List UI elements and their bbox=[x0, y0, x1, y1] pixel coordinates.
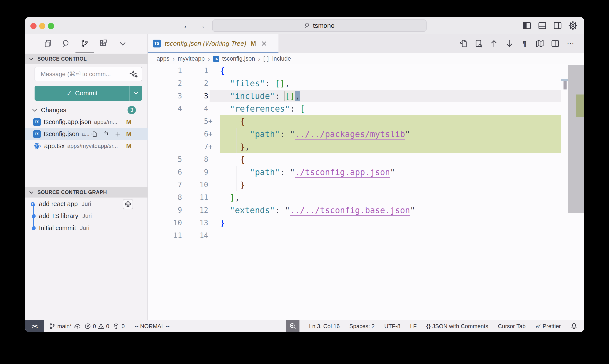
code-line[interactable]: 4 4 "references": [ bbox=[148, 102, 584, 115]
open-changes-icon[interactable] bbox=[458, 39, 468, 48]
change-row-tsconfig-app[interactable]: TS tsconfig.app.json apps/m... M bbox=[25, 116, 148, 128]
overview-ruler bbox=[561, 64, 568, 320]
code-token bbox=[220, 180, 240, 190]
code-token bbox=[220, 104, 230, 114]
tsconfig-file-icon: TS bbox=[33, 118, 41, 126]
minimize-window-button[interactable] bbox=[39, 23, 45, 29]
code-line[interactable]: 9 12 "extends": "../../tsconfig.base.jso… bbox=[148, 204, 584, 217]
cursor-tab-status[interactable]: Cursor Tab bbox=[498, 323, 526, 330]
commit-row[interactable]: add TS library Juri bbox=[25, 210, 148, 222]
code-token: "extends" bbox=[230, 205, 275, 215]
cursor-position-status[interactable]: Ln 3, Col 16 bbox=[309, 323, 340, 330]
breadcrumb-item[interactable]: myviteapp bbox=[178, 55, 205, 62]
stage-changes-icon[interactable] bbox=[114, 130, 121, 138]
original-line-number: 5 bbox=[148, 153, 182, 166]
toggle-sidebar-icon[interactable] bbox=[522, 21, 532, 31]
more-views-chevron-icon[interactable] bbox=[117, 38, 129, 50]
code-token bbox=[220, 193, 230, 202]
editor-group: TS tsconfig.json (Working Tree) M bbox=[148, 34, 584, 320]
eol-status[interactable]: LF bbox=[410, 323, 416, 330]
code-line[interactable]: 7+ }, bbox=[148, 141, 584, 153]
tab-tsconfig-working-tree[interactable]: TS tsconfig.json (Working Tree) M bbox=[148, 34, 278, 53]
commit-row[interactable]: Initial commit Juri bbox=[25, 222, 148, 234]
sparkle-ai-icon[interactable] bbox=[130, 70, 138, 78]
goto-commit-button[interactable] bbox=[123, 199, 133, 209]
code-line[interactable]: 10 13 } bbox=[148, 217, 584, 229]
scrollbar-thumb[interactable] bbox=[568, 65, 584, 213]
previous-change-icon[interactable] bbox=[489, 39, 499, 48]
code-text: } bbox=[208, 179, 245, 191]
next-change-icon[interactable] bbox=[505, 39, 514, 48]
vim-mode-indicator[interactable]: -- NORMAL -- bbox=[135, 323, 169, 330]
section-title: SOURCE CONTROL GRAPH bbox=[38, 189, 107, 195]
zoom-indicator[interactable] bbox=[286, 320, 299, 332]
tab-close-icon[interactable] bbox=[261, 40, 267, 47]
discard-changes-icon[interactable] bbox=[103, 130, 110, 138]
remote-indicator-button[interactable]: >< bbox=[25, 320, 44, 332]
breadcrumb-item[interactable]: include bbox=[272, 55, 291, 62]
navigate-forward-button[interactable]: → bbox=[195, 20, 207, 31]
settings-gear-icon[interactable] bbox=[568, 21, 578, 31]
changes-header[interactable]: Changes 3 bbox=[25, 104, 148, 116]
indentation-status[interactable]: Spaces: 2 bbox=[349, 323, 375, 330]
source-control-section-header[interactable]: SOURCE CONTROL bbox=[25, 53, 148, 64]
code-line[interactable]: 7 10 } bbox=[148, 179, 584, 191]
commit-author: Juri bbox=[82, 213, 92, 220]
code-line[interactable]: 5 8 { bbox=[148, 153, 584, 166]
open-file-icon[interactable] bbox=[91, 130, 98, 138]
code-line[interactable]: 3 3 "include": [], bbox=[148, 90, 584, 102]
changes-count-badge: 3 bbox=[128, 106, 136, 114]
more-actions-icon[interactable]: ⋯ bbox=[566, 39, 575, 48]
code-line[interactable]: 5+ { bbox=[148, 115, 584, 128]
double-check-icon: ✓✓ bbox=[535, 323, 539, 330]
problems-status-item[interactable]: 0 0 bbox=[84, 323, 109, 330]
ports-status-item[interactable]: 0 bbox=[113, 323, 124, 330]
toggle-secondary-sidebar-icon[interactable] bbox=[553, 21, 563, 31]
toggle-panel-icon[interactable] bbox=[537, 21, 547, 31]
change-row-app-tsx[interactable]: app.tsx apps/myviteapp/sr... M bbox=[25, 140, 148, 152]
bell-icon[interactable] bbox=[570, 323, 578, 330]
whitespace-pilcrow-icon[interactable]: ¶ bbox=[520, 39, 529, 48]
code-area[interactable]: 1 1 { 2 2 "files": [], 3 3 "include": []… bbox=[148, 64, 584, 320]
commit-dropdown-button[interactable] bbox=[130, 86, 142, 101]
command-center-search[interactable]: tsmono bbox=[212, 19, 427, 32]
language-mode-status[interactable]: {} JSON with Comments bbox=[426, 323, 488, 330]
commit-row[interactable]: add react app Juri bbox=[25, 198, 148, 210]
explorer-icon[interactable] bbox=[42, 38, 54, 50]
code-line[interactable]: 1 1 { bbox=[148, 64, 584, 77]
tsconfig-file-icon: TS bbox=[153, 39, 161, 48]
branch-status-item[interactable]: main* bbox=[49, 323, 81, 330]
code-line[interactable]: 11 14 bbox=[148, 229, 584, 242]
code-line[interactable]: 6+ "path": "../../packages/mytslib" bbox=[148, 128, 584, 141]
code-text: } bbox=[208, 217, 225, 229]
change-row-tsconfig[interactable]: TS tsconfig.json a... M bbox=[25, 128, 148, 140]
code-token bbox=[220, 142, 240, 152]
breadcrumb-item[interactable]: apps bbox=[157, 55, 169, 62]
code-text: { bbox=[208, 64, 225, 77]
encoding-status[interactable]: UTF-8 bbox=[384, 323, 401, 330]
source-control-icon[interactable] bbox=[78, 38, 91, 50]
navigate-back-button[interactable]: ← bbox=[181, 20, 193, 31]
breadcrumb-item[interactable]: tsconfig.json bbox=[222, 55, 255, 62]
source-control-graph-header[interactable]: SOURCE CONTROL GRAPH bbox=[25, 187, 148, 197]
modified-badge: M bbox=[126, 143, 131, 150]
extensions-icon[interactable] bbox=[97, 38, 109, 50]
formatter-status[interactable]: ✓✓ Prettier bbox=[535, 323, 561, 330]
maximize-window-button[interactable] bbox=[48, 23, 54, 29]
code-token: " bbox=[390, 167, 395, 177]
code-token: { bbox=[220, 66, 225, 76]
map-icon[interactable] bbox=[535, 39, 545, 48]
search-icon[interactable] bbox=[60, 38, 72, 50]
breadcrumb-separator: › bbox=[258, 55, 260, 63]
commit-button[interactable]: ✓ Commit bbox=[35, 86, 142, 101]
code-line[interactable]: 6 9 "path": "./tsconfig.app.json" bbox=[148, 166, 584, 179]
compare-editor-icon[interactable] bbox=[474, 39, 483, 48]
changes-label: Changes bbox=[41, 106, 66, 114]
original-line-number: 2 bbox=[148, 77, 182, 90]
close-window-button[interactable] bbox=[30, 23, 37, 29]
split-editor-icon[interactable] bbox=[550, 39, 560, 48]
code-line[interactable]: 8 11 ], bbox=[148, 191, 584, 204]
commit-message-input[interactable] bbox=[35, 71, 130, 78]
code-line[interactable]: 2 2 "files": [], bbox=[148, 77, 584, 90]
vscode-window: ← → tsmono bbox=[25, 17, 584, 332]
